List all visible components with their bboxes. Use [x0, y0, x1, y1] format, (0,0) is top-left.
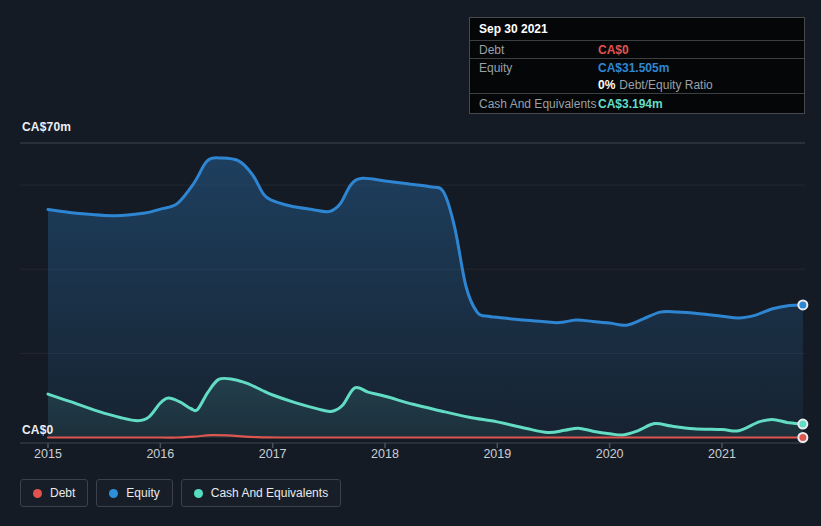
tooltip-cash-value: CA$3.194m	[598, 97, 663, 111]
x-axis-label-2016: 2016	[130, 447, 190, 461]
debt-equity-history-chart: CA$70m CA$0 2015201620172018201920202021…	[0, 0, 821, 526]
tooltip-cash-label: Cash And Equivalents	[479, 97, 598, 111]
series-end-marker-debt[interactable]	[798, 433, 807, 442]
cash-series-dot-icon	[194, 489, 203, 498]
series-end-marker-equity[interactable]	[798, 300, 807, 309]
debt-series-dot-icon	[33, 489, 42, 498]
legend-item-debt[interactable]: Debt	[20, 479, 88, 507]
chart-legend: DebtEquityCash And Equivalents	[20, 479, 341, 507]
x-axis-label-2015: 2015	[18, 447, 78, 461]
legend-item-cash[interactable]: Cash And Equivalents	[181, 479, 341, 507]
legend-label-equity: Equity	[126, 486, 159, 500]
tooltip-ratio-value: 0%	[598, 78, 615, 92]
tooltip-debt-row: Debt CA$0	[470, 41, 804, 59]
legend-label-cash: Cash And Equivalents	[211, 486, 328, 500]
x-axis-label-2019: 2019	[467, 447, 527, 461]
equity-series-dot-icon	[109, 489, 118, 498]
y-axis-max-label: CA$70m	[22, 120, 71, 134]
tooltip-debt-value: CA$0	[598, 43, 629, 57]
x-axis-label-2020: 2020	[580, 447, 640, 461]
x-axis-label-2018: 2018	[355, 447, 415, 461]
tooltip-equity-row: Equity CA$31.505m	[470, 59, 804, 76]
legend-item-equity[interactable]: Equity	[96, 479, 172, 507]
tooltip-cash-row: Cash And Equivalents CA$3.194m	[470, 94, 804, 113]
series-end-marker-cash-and-equivalents[interactable]	[798, 420, 807, 429]
tooltip-equity-label: Equity	[479, 61, 598, 75]
tooltip-equity-value: CA$31.505m	[598, 61, 669, 75]
tooltip-ratio-row: 0% Debt/Equity Ratio	[470, 76, 804, 94]
x-axis-label-2021: 2021	[692, 447, 752, 461]
legend-label-debt: Debt	[50, 486, 75, 500]
tooltip-debt-label: Debt	[479, 43, 598, 57]
chart-tooltip: Sep 30 2021 Debt CA$0 Equity CA$31.505m …	[469, 17, 805, 114]
x-axis-label-2017: 2017	[243, 447, 303, 461]
tooltip-ratio-label: Debt/Equity Ratio	[619, 78, 712, 92]
tooltip-date: Sep 30 2021	[470, 18, 804, 41]
series-area-equity	[48, 158, 803, 438]
y-axis-zero-label: CA$0	[22, 423, 53, 437]
